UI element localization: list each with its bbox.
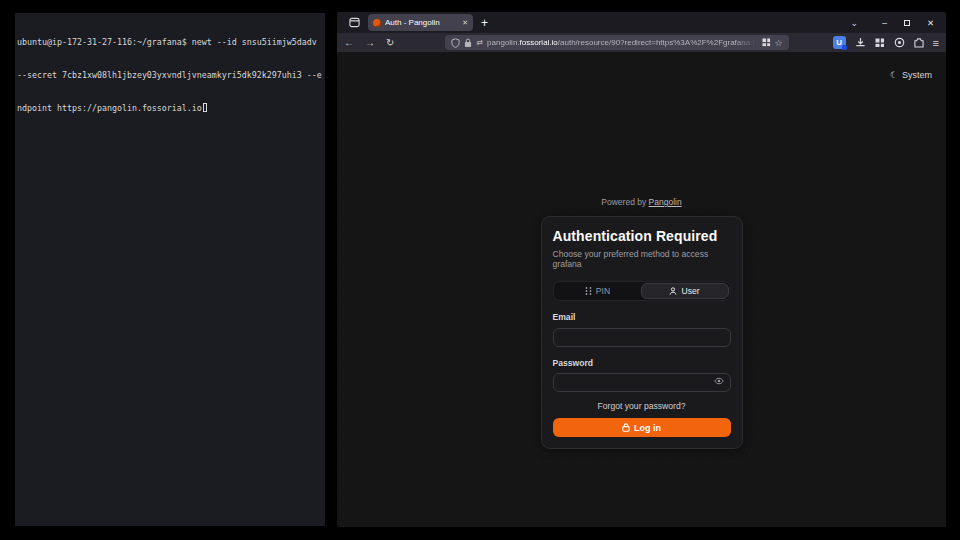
list-all-tabs-chevron-icon[interactable]: ⌄: [851, 18, 859, 28]
moon-icon: ☾: [890, 70, 898, 80]
toolbar-extensions: U ≡: [833, 36, 939, 49]
powered-by: Powered by Pangolin: [541, 197, 743, 207]
email-label: Email: [553, 312, 731, 322]
forward-button[interactable]: →: [365, 38, 375, 48]
show-password-eye-icon[interactable]: [714, 377, 724, 385]
adblock-circle-icon[interactable]: [894, 37, 905, 48]
password-field[interactable]: [553, 373, 731, 392]
terminal-line: --secret 7cbz1xw08lh1jbzey03yxvndljvneam…: [17, 70, 323, 81]
maximize-button[interactable]: [904, 20, 910, 26]
email-field-wrap: [553, 326, 731, 347]
tab-pin[interactable]: PIN: [555, 283, 641, 299]
window-controls: – ✕: [882, 18, 934, 28]
browser-tab-auth-pangolin[interactable]: Auth - Pangolin ✕: [368, 14, 473, 31]
reload-button[interactable]: ↻: [386, 38, 394, 48]
auth-page: ☾ System Powered by Pangolin Authenticat…: [337, 52, 946, 527]
terminal-line: ubuntu@ip-172-31-27-116:~/grafana$ newt …: [17, 37, 323, 48]
auth-card: Authentication Required Choose your pref…: [541, 216, 743, 449]
browser-tab-bar: Auth - Pangolin ✕ + ⌄ – ✕: [337, 12, 946, 33]
extensions-puzzle-icon[interactable]: [914, 37, 924, 48]
menu-hamburger-icon[interactable]: ≡: [933, 37, 939, 49]
extension-grid-icon[interactable]: [875, 38, 885, 48]
tab-user[interactable]: User: [641, 283, 729, 299]
bookmark-star-icon[interactable]: ☆: [775, 38, 783, 48]
url-text: pangolin.fossorial.io/auth/resource/90?r…: [487, 38, 755, 47]
pin-keypad-icon: [585, 287, 592, 295]
password-label: Password: [553, 358, 731, 368]
tab-title: Auth - Pangolin: [385, 18, 458, 27]
theme-toggle-label: System: [902, 70, 932, 80]
password-field-wrap: [553, 372, 731, 393]
browser-window: Auth - Pangolin ✕ + ⌄ – ✕ ← → ↻ ⇄ pangol…: [337, 12, 946, 527]
pangolin-link[interactable]: Pangolin: [649, 197, 682, 207]
minimize-button[interactable]: –: [882, 18, 887, 28]
url-bar[interactable]: ⇄ pangolin.fossorial.io/auth/resource/90…: [445, 35, 788, 50]
login-button-label: Log in: [634, 423, 661, 433]
tab-close-icon[interactable]: ✕: [462, 19, 468, 27]
tracking-protection-shield-icon[interactable]: [451, 38, 460, 48]
auth-method-tabs: PIN User: [553, 281, 731, 301]
theme-toggle[interactable]: ☾ System: [890, 70, 932, 80]
downloads-icon[interactable]: [855, 37, 866, 48]
close-button[interactable]: ✕: [927, 18, 934, 28]
back-button[interactable]: ←: [344, 38, 354, 48]
tab-user-label: User: [681, 286, 699, 296]
browser-toolbar: ← → ↻ ⇄ pangolin.fossorial.io/auth/resou…: [337, 33, 946, 52]
permissions-switch-icon[interactable]: ⇄: [476, 38, 483, 47]
pangolin-favicon-icon: [373, 19, 381, 27]
terminal-cursor: [203, 103, 208, 112]
firefox-view-icon[interactable]: [348, 16, 361, 29]
login-lock-icon: [622, 423, 630, 432]
card-subtitle: Choose your preferred method to access g…: [553, 249, 731, 269]
terminal-line: ndpoint https://pangolin.fossorial.io: [17, 103, 323, 114]
user-icon: [669, 287, 677, 295]
card-title: Authentication Required: [553, 228, 731, 244]
page-actions-grid-icon[interactable]: [762, 38, 771, 47]
auth-center-column: Powered by Pangolin Authentication Requi…: [541, 197, 743, 449]
extension-blue-icon[interactable]: U: [833, 36, 846, 49]
tab-pin-label: PIN: [596, 286, 610, 296]
terminal-window[interactable]: ubuntu@ip-172-31-27-116:~/grafana$ newt …: [15, 13, 325, 526]
new-tab-button[interactable]: +: [481, 17, 488, 29]
login-button[interactable]: Log in: [553, 418, 731, 437]
forgot-password-link[interactable]: Forgot your password?: [553, 401, 731, 411]
https-lock-icon[interactable]: [464, 38, 472, 48]
email-field[interactable]: [553, 328, 731, 347]
